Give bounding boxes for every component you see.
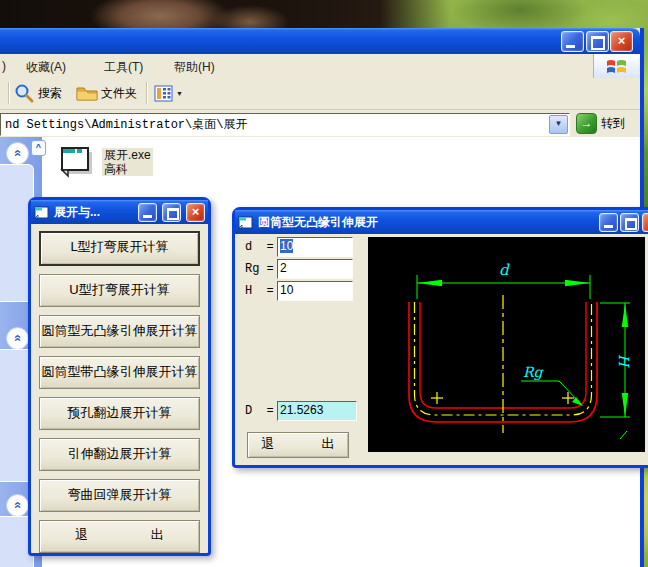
menu-item-help[interactable]: 帮助(H) xyxy=(174,59,215,76)
chevron-down-icon: ▼ xyxy=(555,119,563,128)
dialog-title: 展开与... xyxy=(54,204,133,221)
search-icon xyxy=(14,83,35,104)
close-button[interactable]: × xyxy=(186,203,205,222)
dim-label-rg: Rg xyxy=(523,364,545,381)
bend-springback-button[interactable]: 弯曲回弹展开计算 xyxy=(39,479,200,512)
folder-icon xyxy=(76,84,98,102)
chevrons-up-icon: « xyxy=(7,501,27,508)
menu-bar: ) 收藏(A) 工具(T) 帮助(H) xyxy=(0,54,640,79)
drawing-canvas: d Rg xyxy=(368,237,645,452)
address-bar: ▼ → 转到 xyxy=(0,110,640,137)
views-icon xyxy=(154,85,173,102)
menu-item-tools[interactable]: 工具(T) xyxy=(104,59,143,76)
application-window-icon xyxy=(58,144,96,180)
go-button[interactable]: → 转到 xyxy=(576,112,634,135)
windows-flag-icon xyxy=(606,56,628,76)
address-dropdown-button[interactable]: ▼ xyxy=(549,115,568,134)
dialog-body: d = 10 Rg = 2 H = 10 D = 21.5263 退 出 xyxy=(235,234,648,465)
input-h-value: 10 xyxy=(280,283,293,297)
field-label-rg: Rg = xyxy=(245,262,274,276)
field-row-rg: Rg = 2 xyxy=(245,260,274,278)
result-value: 21.5263 xyxy=(280,403,323,417)
dialog-titlebar[interactable]: 圆筒型无凸缘引伸展开 xyxy=(235,210,648,234)
maximize-button[interactable] xyxy=(620,213,639,232)
dialog-titlebar[interactable]: 展开与... × xyxy=(31,200,208,224)
minimize-button[interactable] xyxy=(138,203,157,222)
l-bend-unfold-button[interactable]: L型打弯展开计算 xyxy=(39,231,200,266)
toolbar: 搜索 文件夹 ▼ xyxy=(0,78,640,110)
collapse-section-button[interactable]: « xyxy=(6,327,29,350)
search-label: 搜索 xyxy=(38,85,62,102)
field-row-h: H = 10 xyxy=(245,282,274,300)
form-window-icon xyxy=(34,206,49,219)
file-name-label[interactable]: 展开.exe 高科 xyxy=(102,148,153,176)
maximize-icon xyxy=(167,208,179,220)
minimize-button[interactable] xyxy=(599,213,618,232)
minimize-icon xyxy=(143,215,152,218)
field-row-result: D = 21.5263 xyxy=(245,402,274,420)
file-subtitle: 高科 xyxy=(104,162,151,176)
toolbar-separator xyxy=(146,82,148,104)
prehole-flanging-button[interactable]: 预孔翻边展开计算 xyxy=(39,397,200,430)
chevrons-up-icon: « xyxy=(7,149,27,156)
close-button[interactable]: × xyxy=(610,31,633,52)
maximize-icon xyxy=(591,36,605,50)
taskpane-scroll-up-button[interactable]: ^ xyxy=(31,140,46,156)
close-button[interactable] xyxy=(642,213,648,232)
input-h[interactable]: 10 xyxy=(277,281,353,301)
dim-label-d: d xyxy=(499,261,510,279)
menu-item-cropped[interactable]: ) xyxy=(2,59,6,73)
file-name: 展开.exe xyxy=(104,148,151,162)
folders-label: 文件夹 xyxy=(101,85,137,102)
dialog-title: 圆筒型无凸缘引伸展开 xyxy=(258,214,648,231)
collapse-section-button[interactable]: « xyxy=(6,142,29,165)
cylinder-no-flange-button[interactable]: 圆筒型无凸缘引伸展开计算 xyxy=(39,315,200,348)
result-field: 21.5263 xyxy=(277,401,357,421)
chevron-down-icon: ▼ xyxy=(176,90,183,97)
file-item[interactable] xyxy=(58,144,96,184)
cad-drawing: d Rg xyxy=(368,237,645,452)
maximize-button[interactable] xyxy=(586,31,609,52)
address-field[interactable]: ▼ xyxy=(0,113,570,136)
toolbar-separator xyxy=(8,82,10,104)
field-row-d: d = 10 xyxy=(245,238,274,256)
cylinder-with-flange-button[interactable]: 圆筒型带凸缘引伸展开计算 xyxy=(39,356,200,389)
views-button[interactable]: ▼ xyxy=(154,81,183,105)
go-arrow-icon: → xyxy=(576,113,597,134)
exit-button[interactable]: 退 出 xyxy=(247,432,349,458)
minimize-icon xyxy=(604,225,613,228)
unfold-menu-dialog: 展开与... × L型打弯展开计算 U型打弯展开计算 圆筒型无凸缘引伸展开计算 … xyxy=(28,197,211,556)
explorer-titlebar[interactable]: × xyxy=(0,28,640,54)
u-bend-unfold-button[interactable]: U型打弯展开计算 xyxy=(39,274,200,307)
field-label-h: H = xyxy=(245,284,274,298)
calculation-buttons: L型打弯展开计算 U型打弯展开计算 圆筒型无凸缘引伸展开计算 圆筒型带凸缘引伸展… xyxy=(39,231,200,561)
cylinder-unfold-dialog: 圆筒型无凸缘引伸展开 d = 10 Rg = 2 H = 10 D = 21.5… xyxy=(232,207,648,468)
search-button[interactable]: 搜索 xyxy=(14,81,62,105)
form-window-icon xyxy=(238,216,253,229)
dim-label-h: H xyxy=(616,354,632,368)
input-rg[interactable]: 2 xyxy=(277,259,353,279)
windows-logo xyxy=(593,54,640,78)
field-label-d: d = xyxy=(245,240,274,254)
go-label: 转到 xyxy=(601,115,625,132)
result-label: D = xyxy=(245,404,274,418)
collapse-section-button[interactable]: « xyxy=(6,494,29,517)
folders-button[interactable]: 文件夹 xyxy=(76,81,137,105)
minimize-icon xyxy=(566,45,575,48)
minimize-button[interactable] xyxy=(561,31,584,52)
exit-button[interactable]: 退 出 xyxy=(39,520,200,553)
address-input[interactable] xyxy=(3,116,547,132)
input-d-value: 10 xyxy=(280,239,293,253)
input-d[interactable]: 10 xyxy=(277,237,353,257)
chevrons-up-icon: « xyxy=(7,334,27,341)
drawing-flanging-button[interactable]: 引伸翻边展开计算 xyxy=(39,438,200,471)
maximize-button[interactable] xyxy=(162,203,181,222)
menu-item-favorites[interactable]: 收藏(A) xyxy=(26,59,66,76)
maximize-icon xyxy=(625,218,637,230)
input-rg-value: 2 xyxy=(280,261,287,275)
